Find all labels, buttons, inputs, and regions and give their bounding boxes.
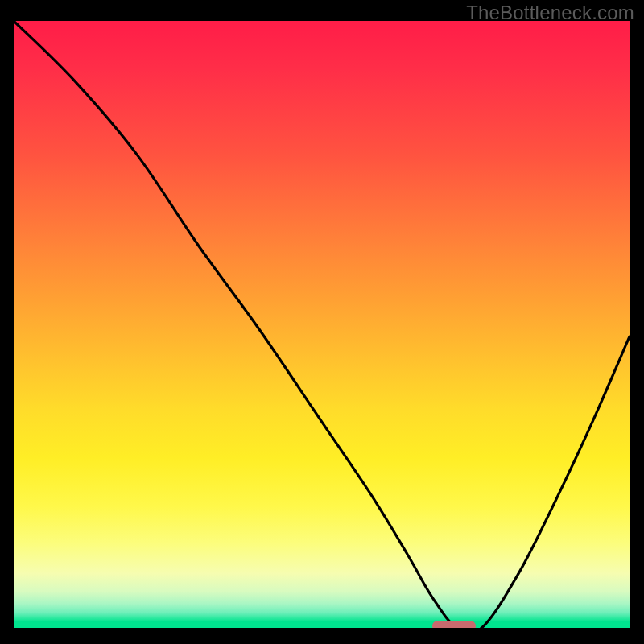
optimal-marker [432,621,476,628]
bottleneck-curve [14,21,630,628]
plot-area [14,21,630,628]
watermark-text: TheBottleneck.com [466,2,634,24]
chart-frame: TheBottleneck.com [0,0,644,644]
